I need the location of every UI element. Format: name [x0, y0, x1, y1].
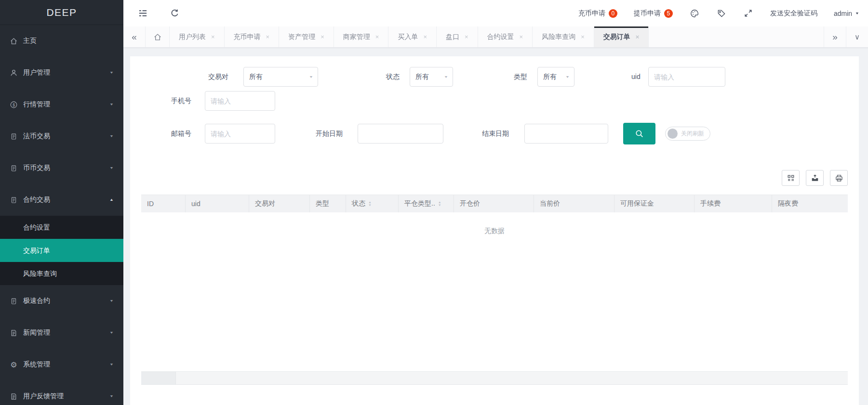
tab-label: 买入单	[398, 33, 418, 41]
type-select[interactable]: 所有 ▼	[537, 67, 574, 87]
close-icon[interactable]: ×	[520, 33, 523, 40]
chevron-down-icon: ▼	[309, 75, 313, 79]
tab-contract-settings[interactable]: 合约设置 ×	[478, 26, 533, 47]
sort-control[interactable]: ▲▼	[438, 201, 441, 207]
sidebar-item-news-mgmt[interactable]: 新闻管理 ▼	[0, 317, 123, 349]
chevron-down-icon: ▼	[109, 299, 114, 303]
uid-input[interactable]	[648, 67, 725, 87]
deposit-apply-counter[interactable]: 充币申请 0	[578, 9, 617, 18]
collapse-menu-icon[interactable]	[137, 8, 148, 19]
search-button[interactable]	[623, 123, 655, 144]
type-label: 类型	[514, 67, 527, 87]
tab-home[interactable]	[146, 26, 170, 47]
tab-risk-rate-query[interactable]: 风险率查询 ×	[533, 26, 594, 47]
refresh-icon[interactable]	[169, 8, 180, 19]
tab-orderbook[interactable]: 盘口 ×	[437, 26, 478, 47]
user-menu[interactable]: admin ▼	[834, 10, 859, 17]
svg-text:$: $	[13, 102, 15, 107]
submenu-item-contract-settings[interactable]: 合约设置	[0, 216, 123, 239]
end-date-input[interactable]	[524, 124, 608, 144]
tab-label: 盘口	[446, 33, 459, 41]
tab-label: 合约设置	[487, 33, 514, 41]
home-icon	[10, 37, 18, 45]
auto-refresh-toggle[interactable]: 关闭刷新	[665, 127, 710, 141]
tab-buy-order[interactable]: 买入单 ×	[388, 26, 437, 47]
submenu-item-trade-order[interactable]: 交易订单	[0, 239, 123, 262]
withdraw-apply-label: 提币申请	[634, 9, 661, 18]
printer-icon	[835, 174, 843, 183]
send-security-code-button[interactable]: 发送安全验证码	[770, 9, 817, 18]
sidebar-item-label: 用户管理	[23, 68, 109, 77]
sidebar-item-coin-trade[interactable]: 币币交易 ▼	[0, 152, 123, 184]
chevron-down-icon: ▼	[109, 166, 114, 170]
tab-label: 用户列表	[179, 33, 206, 41]
filter-form: 交易对 所有 ▼ 状态 所有 ▼ 类型 所有 ▼ uid 手机号 邮箱号	[130, 56, 859, 161]
toggle-label: 关闭刷新	[681, 130, 704, 138]
end-date-label: 结束日期	[482, 124, 509, 144]
close-icon[interactable]: ×	[581, 33, 585, 40]
tab-user-list[interactable]: 用户列表 ×	[170, 26, 225, 47]
col-open-price: 开仓价	[454, 195, 534, 212]
close-icon[interactable]: ×	[266, 33, 270, 40]
table-empty-state: 无数据	[141, 212, 848, 371]
withdraw-apply-counter[interactable]: 提币申请 5	[634, 9, 673, 18]
scroll-tabs-right-button[interactable]: »	[824, 26, 846, 47]
document-icon	[10, 196, 18, 204]
trade-order-panel: 交易对 所有 ▼ 状态 所有 ▼ 类型 所有 ▼ uid 手机号 邮箱号	[130, 56, 859, 405]
close-icon[interactable]: ×	[211, 33, 215, 40]
table-header-row: ID uid 交易对 类型 状态 ▲▼ 平仓类型.. ▲▼ 开仓价 当前价 可用…	[141, 195, 848, 212]
phone-input[interactable]	[205, 91, 275, 111]
deposit-apply-label: 充币申请	[578, 9, 605, 18]
chevron-down-icon: ▼	[109, 103, 114, 106]
pair-select-value: 所有	[249, 73, 263, 81]
col-uid: uid	[186, 195, 249, 212]
theme-palette-icon[interactable]	[689, 8, 700, 19]
column-settings-button[interactable]	[782, 170, 800, 186]
fullscreen-icon[interactable]	[743, 8, 754, 19]
sidebar-item-user-mgmt[interactable]: 用户管理 ▼	[0, 57, 123, 89]
close-icon[interactable]: ×	[423, 33, 427, 40]
username: admin	[834, 10, 852, 17]
sidebar-item-contract-trade[interactable]: 合约交易 ▲	[0, 184, 123, 216]
email-input[interactable]	[205, 124, 275, 144]
sidebar-item-feedback-mgmt[interactable]: 用户反馈管理 ▼	[0, 380, 123, 405]
pair-select[interactable]: 所有 ▼	[243, 67, 318, 87]
empty-text: 无数据	[484, 227, 505, 235]
tab-merchant-mgmt[interactable]: 商家管理 ×	[334, 26, 389, 47]
sidebar-item-system-mgmt[interactable]: ⚙ 系统管理 ▼	[0, 349, 123, 380]
tab-deposit-apply[interactable]: 充币申请 ×	[225, 26, 280, 47]
top-header: 充币申请 0 提币申请 5 发送安全验证码 admin ▼	[123, 0, 868, 26]
chevron-down-icon: ▼	[444, 75, 448, 79]
dollar-icon: $	[10, 100, 18, 109]
tag-icon[interactable]	[716, 8, 727, 19]
tab-label: 资产管理	[288, 33, 315, 41]
close-icon[interactable]: ×	[636, 33, 640, 40]
export-button[interactable]	[806, 170, 824, 186]
close-icon[interactable]: ×	[465, 33, 468, 40]
chevron-down-icon: ▼	[855, 12, 859, 15]
col-id: ID	[141, 195, 186, 212]
sidebar-item-label: 法币交易	[23, 132, 109, 141]
sidebar-item-home[interactable]: 主页	[0, 25, 123, 57]
submenu-item-risk-rate-query[interactable]: 风险率查询	[0, 262, 123, 285]
chevron-down-icon: ▼	[109, 71, 114, 75]
tab-trade-order[interactable]: 交易订单 ×	[594, 26, 649, 47]
withdraw-count-badge: 5	[664, 9, 673, 18]
print-button[interactable]	[830, 170, 848, 186]
sidebar-item-label: 用户反馈管理	[23, 392, 109, 401]
sidebar-item-express-contract[interactable]: 极速合约 ▼	[0, 285, 123, 317]
start-date-input[interactable]	[358, 124, 443, 144]
sidebar-item-market-mgmt[interactable]: $ 行情管理 ▼	[0, 89, 123, 120]
sidebar-item-fiat-trade[interactable]: 法币交易 ▼	[0, 120, 123, 152]
tab-label: 商家管理	[343, 33, 370, 41]
tab-asset-mgmt[interactable]: 资产管理 ×	[279, 26, 334, 47]
sidebar-item-label: 系统管理	[23, 360, 109, 369]
scroll-tabs-left-button[interactable]: «	[123, 26, 146, 47]
close-icon[interactable]: ×	[375, 33, 379, 40]
sort-control[interactable]: ▲▼	[368, 201, 372, 207]
tabs-menu-button[interactable]: ∨	[846, 26, 868, 47]
close-icon[interactable]: ×	[320, 33, 324, 40]
status-select[interactable]: 所有 ▼	[410, 67, 453, 87]
chevron-down-icon: ▼	[109, 134, 114, 138]
home-icon	[153, 33, 162, 41]
